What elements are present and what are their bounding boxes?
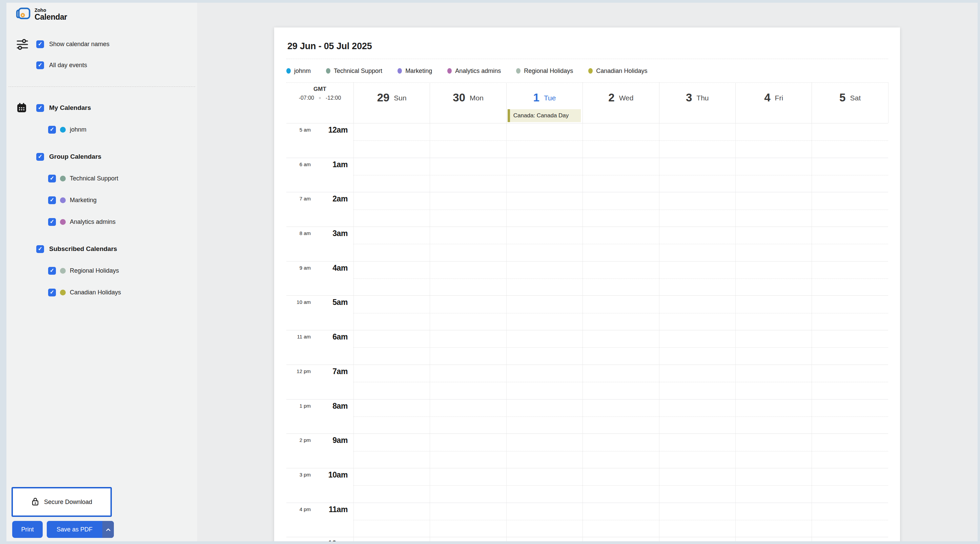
save-as-pdf-caret[interactable] (102, 521, 114, 538)
calendar-color-dot-analytics-admins (60, 219, 66, 225)
legend-label-regional-holidays: Regional Holidays (524, 67, 573, 75)
time-label-secondary-10am: 10am (286, 471, 348, 480)
checkbox-regional-holidays[interactable]: ✓ (48, 267, 56, 275)
time-gutter-2-pm: 2 pm9am (286, 434, 353, 468)
calendar-label-technical-support: Technical Support (70, 175, 118, 182)
calendar-color-dot-technical-support (60, 175, 66, 182)
half-hour-line (353, 382, 888, 382)
half-hour-line (353, 313, 888, 313)
time-label-secondary-9am: 9am (286, 436, 348, 445)
dot-separator-icon (319, 97, 321, 99)
grid-cell-tue-5-pm (506, 537, 582, 541)
calendar-label-regional-holidays: Regional Holidays (70, 267, 119, 274)
legend-item-regional-holidays: Regional Holidays (516, 67, 573, 75)
hour-row-10-am: 10 am5am (286, 295, 888, 330)
calendar-label-canadian-holidays: Canadian Holidays (70, 289, 121, 296)
option-row-all-day-events: ✓All day events (6, 54, 197, 76)
time-gutter-11-am: 11 am6am (286, 330, 353, 365)
half-hour-line (353, 485, 888, 486)
sidebar-calendar-analytics-admins: ✓Analytics admins (6, 211, 197, 233)
secure-download-label: Secure Download (44, 499, 92, 506)
hour-row-6-am: 6 am1am (286, 158, 888, 192)
legend-item-analytics-admins: Analytics admins (447, 67, 501, 75)
day-header-sat: 5Sat (811, 82, 888, 123)
checkbox-marketing[interactable]: ✓ (48, 196, 56, 204)
calendar-group-group-calendars: ✓Group Calendars (6, 146, 197, 168)
sidebar-calendar-groups: ✓My Calendars✓johnm✓Group Calendars✓Tech… (6, 97, 197, 303)
half-hour-line (353, 520, 888, 520)
sidebar-options: ✓Show calendar names✓All day events (6, 34, 197, 76)
logo-product: Calendar (35, 13, 67, 21)
checkbox-group-calendars[interactable]: ✓ (36, 153, 44, 161)
option-label-show-calendar-names: Show calendar names (49, 41, 110, 48)
timezone-offsets: -07:00 -12:00 (286, 95, 353, 101)
time-label-secondary-11am: 11am (286, 505, 348, 514)
time-gutter-3-pm: 3 pm10am (286, 468, 353, 503)
secure-download-button[interactable]: Secure Download (11, 487, 112, 517)
option-label-all-day-events: All day events (49, 62, 87, 69)
half-hour-line (353, 347, 888, 348)
checkbox-analytics-admins[interactable]: ✓ (48, 218, 56, 226)
calendar-color-dot-johnm (60, 127, 66, 132)
time-gutter-5-pm: 5 pm12pm (286, 537, 353, 541)
checkbox-subscribed-calendars[interactable]: ✓ (36, 245, 44, 253)
week-time-grid: 5 am12am6 am1am7 am2am8 am3am9 am4am10 a… (286, 123, 888, 541)
sidebar-divider (8, 86, 195, 87)
time-gutter-5-am: 5 am12am (286, 123, 353, 158)
day-name-mon: Mon (470, 94, 484, 101)
print-preview-card: 29 Jun - 05 Jul 2025 johnmTechnical Supp… (274, 27, 900, 541)
checkbox-show-calendar-names[interactable]: ✓ (36, 40, 44, 48)
checkbox-canadian-holidays[interactable]: ✓ (48, 289, 56, 297)
sidebar: Zoho Calendar ✓Show cale (6, 3, 197, 541)
calendar-logo-icon (16, 6, 31, 22)
legend-dot-regional-holidays (516, 68, 520, 73)
grid-cell-sat-5-pm (811, 537, 888, 541)
day-name-thu: Thu (696, 94, 709, 101)
sidebar-calendar-marketing: ✓Marketing (6, 189, 197, 211)
day-number-fri: 4 (764, 92, 770, 103)
time-label-secondary-2am: 2am (286, 194, 348, 204)
hour-row-11-am: 11 am6am (286, 330, 888, 365)
save-as-pdf-label[interactable]: Save as PDF (47, 521, 102, 538)
date-range-title: 29 Jun - 05 Jul 2025 (287, 41, 372, 51)
time-gutter-1-pm: 1 pm8am (286, 399, 353, 434)
grid-cell-mon-5-pm (430, 537, 506, 541)
grid-cell-sun-5-pm (353, 537, 430, 541)
checkbox-technical-support[interactable]: ✓ (48, 175, 56, 182)
half-hour-line (353, 278, 888, 279)
preview-area: 29 Jun - 05 Jul 2025 johnmTechnical Supp… (197, 3, 978, 541)
chevron-up-icon (106, 526, 111, 533)
legend-label-analytics-admins: Analytics admins (455, 67, 501, 75)
timezone-offset-primary: -07:00 (299, 95, 314, 101)
half-hour-line (353, 416, 888, 417)
logo-brand: Zoho (35, 8, 67, 13)
time-gutter-9-am: 9 am4am (286, 262, 353, 296)
timezone-offset-secondary: -12:00 (326, 95, 341, 101)
time-gutter-8-am: 8 am3am (286, 227, 353, 261)
divider (286, 59, 888, 59)
print-button[interactable]: Print (12, 521, 43, 538)
day-header-mon: 30Mon (430, 82, 506, 123)
time-label-secondary-12am: 12am (286, 126, 348, 135)
calendar-group-my-calendars: ✓My Calendars (6, 97, 197, 119)
hour-row-8-am: 8 am3am (286, 227, 888, 261)
time-gutter-10-am: 10 am5am (286, 296, 353, 330)
legend-dot-johnm (286, 68, 291, 73)
day-number-sat: 5 (839, 92, 845, 103)
checkbox-johnm[interactable]: ✓ (48, 126, 56, 134)
time-label-secondary-12pm: 12pm (286, 539, 348, 541)
zoho-calendar-logo: Zoho Calendar (16, 6, 67, 22)
app-window: Zoho Calendar ✓Show cale (6, 3, 978, 541)
time-label-secondary-4am: 4am (286, 263, 348, 273)
save-as-pdf-button[interactable]: Save as PDF (47, 521, 114, 538)
checkbox-my-calendars[interactable]: ✓ (36, 104, 44, 112)
sidebar-calendar-regional-holidays: ✓Regional Holidays (6, 260, 197, 281)
checkbox-all-day-events[interactable]: ✓ (36, 61, 44, 69)
legend-dot-technical-support (326, 68, 330, 73)
day-name-sat: Sat (850, 94, 861, 101)
calendar-color-dot-marketing (60, 198, 66, 203)
sidebar-calendar-canadian-holidays: ✓Canadian Holidays (6, 281, 197, 303)
calendar-color-dot-regional-holidays (60, 268, 66, 274)
time-gutter-12-pm: 12 pm7am (286, 365, 353, 399)
legend-dot-analytics-admins (447, 68, 452, 73)
